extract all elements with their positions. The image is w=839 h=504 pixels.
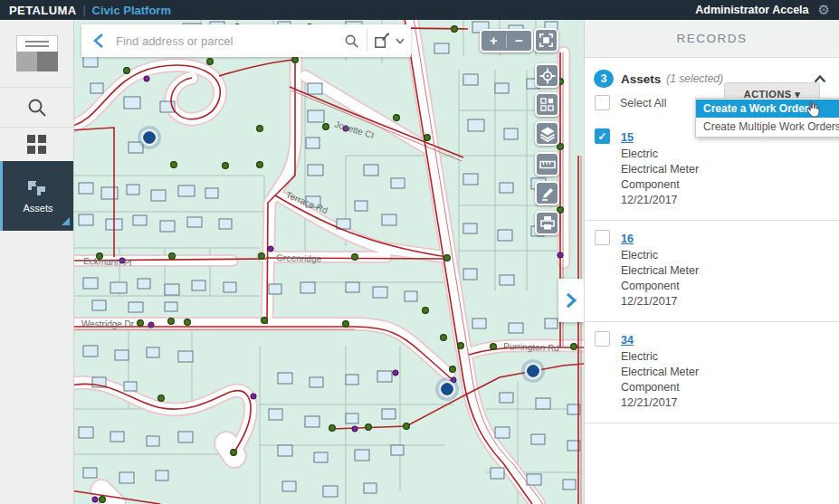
sidebar-item-basemap[interactable] [0, 20, 73, 87]
search-input[interactable] [116, 34, 336, 48]
search-icon [26, 97, 48, 119]
ruler-icon [539, 158, 556, 171]
context-menu-item[interactable]: Create Multiple Work Orders [696, 118, 839, 136]
record-detail-line: Component [621, 279, 699, 294]
chevron-left-icon [92, 33, 105, 49]
locate-button[interactable] [535, 63, 559, 88]
sidebar-item-apps[interactable] [0, 127, 73, 161]
record-detail-line: Electrical Meter [621, 162, 699, 177]
assets-icon [25, 178, 51, 198]
layers-icon [539, 126, 556, 142]
record-id-link[interactable]: 34 [621, 334, 634, 347]
select-all-label: Select All [620, 97, 666, 109]
draw-tool-button[interactable] [367, 24, 411, 57]
user-name: Administrator Accela [695, 4, 808, 16]
street-label: Eckmann Pl [83, 256, 132, 268]
asset-marker[interactable] [435, 377, 459, 401]
record-detail-line: Electrical Meter [621, 365, 699, 380]
record-detail-line: Electric [621, 349, 699, 365]
gear-icon[interactable]: ⚙ [818, 4, 830, 17]
sketch-button[interactable] [535, 181, 559, 205]
asset-marker[interactable] [138, 126, 161, 149]
record-detail-line: 12/21/2017 [621, 395, 699, 411]
count-badge: 3 [594, 70, 614, 88]
app-window: PETALUMA | Civic Platform Administrator … [0, 0, 839, 504]
map-canvas[interactable]: Josette CtTerrace RdEckmann PlGreenridge… [74, 20, 584, 504]
full-extent-button[interactable] [534, 28, 558, 52]
zoom-control: + − [480, 29, 533, 52]
actions-context-menu: Create a Work OrderCreate Multiple Work … [695, 98, 839, 138]
select-all-checkbox[interactable] [595, 95, 610, 110]
assets-label: Assets [23, 203, 52, 214]
map-graphics: Josette CtTerrace RdEckmann PlGreenridge… [74, 20, 584, 504]
selected-note: (1 selected) [666, 72, 723, 85]
sidebar-item-assets[interactable]: Assets [0, 161, 73, 231]
search-icon [344, 33, 359, 49]
map-search-bar [81, 24, 411, 57]
locate-icon [539, 68, 556, 84]
panel-expand-tab[interactable] [558, 279, 584, 322]
apps-grid-icon [27, 135, 46, 154]
draw-shape-icon [374, 33, 391, 50]
record-detail-line: 12/21/2017 [621, 294, 699, 309]
full-extent-icon [539, 33, 554, 48]
record-detail-line: Electric [621, 248, 699, 263]
record-row: 16ElectricElectrical MeterComponent12/21… [585, 221, 839, 322]
search-submit-button[interactable] [336, 24, 367, 57]
zoom-out-button[interactable]: − [507, 31, 531, 51]
chevron-down-icon [396, 38, 405, 44]
record-checkbox[interactable] [595, 331, 610, 347]
record-detail-line: Electric [621, 147, 699, 162]
record-detail-line: Component [621, 380, 699, 395]
print-button[interactable] [535, 211, 559, 235]
street-label: Westridge Dr [81, 319, 135, 329]
record-detail-line: Electrical Meter [621, 263, 699, 279]
records-panel: RECORDS 3 Assets (1 selected) Select All… [584, 20, 839, 504]
record-id-link[interactable]: 16 [621, 233, 634, 245]
measure-button[interactable] [535, 152, 559, 176]
assets-corner-triangle [62, 217, 70, 225]
layers-button[interactable] [535, 121, 559, 146]
records-list: ✓15ElectricElectrical MeterComponent12/2… [585, 119, 839, 423]
printer-icon [539, 215, 556, 231]
record-detail-line: 12/21/2017 [621, 193, 699, 208]
basemap-grid-icon [539, 97, 555, 112]
chevron-right-icon [566, 292, 577, 309]
back-button[interactable] [81, 24, 116, 57]
left-sidebar: Assets [0, 20, 74, 504]
street-label: Purrington Rd [503, 341, 559, 353]
product-name: Civic Platform [92, 4, 171, 17]
sidebar-item-search[interactable] [0, 87, 73, 127]
brand-separator: | [82, 4, 85, 16]
context-menu-item[interactable]: Create a Work Order [696, 100, 839, 118]
top-bar: PETALUMA | Civic Platform Administrator … [0, 0, 839, 20]
records-panel-title: RECORDS [585, 20, 839, 58]
group-title: Assets [621, 72, 661, 86]
record-detail-line: Component [621, 177, 699, 193]
record-checkbox[interactable]: ✓ [595, 128, 610, 144]
pencil-icon [539, 185, 556, 202]
street-label: Greenridge [276, 252, 322, 264]
zoom-in-button[interactable]: + [481, 31, 506, 51]
record-checkbox[interactable] [595, 230, 610, 245]
basemap-icon [16, 35, 58, 71]
asset-marker[interactable] [521, 359, 545, 383]
basemap-gallery-button[interactable] [535, 92, 559, 117]
brand-name: PETALUMA [9, 4, 76, 17]
record-row: 34ElectricElectrical MeterComponent12/21… [585, 322, 839, 423]
record-id-link[interactable]: 15 [621, 131, 634, 144]
